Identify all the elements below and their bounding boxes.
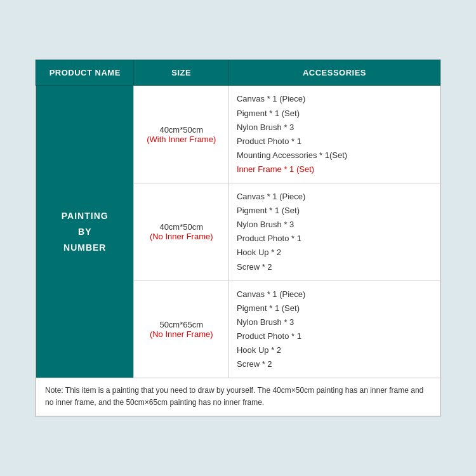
note-row: Note: This item is a painting that you n… [36, 378, 440, 416]
size-main-text: 50cm*65cm [142, 320, 220, 329]
accessory-item: Pigment * 1 (Set) [237, 301, 432, 315]
header-product-name: PRODUCT NAME [36, 60, 134, 86]
product-name-cell: PAINTING BY NUMBER [36, 86, 134, 378]
header-size: SIZE [134, 60, 228, 86]
accessory-item: Pigment * 1 (Set) [237, 107, 432, 121]
size-cell: 40cm*50cm(With Inner Frame) [134, 86, 228, 183]
accessory-item: Product Photo * 1 [237, 329, 432, 343]
size-cell: 40cm*50cm(No Inner Frame) [134, 183, 228, 281]
size-main-text: 40cm*50cm [142, 222, 220, 232]
accessory-item: Canvas * 1 (Piece) [237, 92, 432, 106]
size-sub-text: (No Inner Frame) [142, 232, 220, 241]
size-sub-text: (No Inner Frame) [142, 329, 220, 339]
size-main-text: 40cm*50cm [142, 125, 220, 135]
accessory-item: Nylon Brush * 3 [237, 315, 432, 329]
accessory-item: Product Photo * 1 [237, 232, 432, 246]
size-cell: 50cm*65cm(No Inner Frame) [134, 281, 228, 378]
header-accessories: ACCESSORIES [228, 60, 440, 86]
table-header-row: PRODUCT NAME SIZE ACCESSORIES [36, 60, 440, 86]
product-table: PRODUCT NAME SIZE ACCESSORIES PAINTING B… [36, 60, 440, 416]
note-text: Note: This item is a painting that you n… [36, 378, 440, 416]
accessory-item: Mounting Accessories * 1(Set) [237, 149, 432, 162]
accessories-cell: Canvas * 1 (Piece)Pigment * 1 (Set)Nylon… [228, 86, 440, 183]
product-table-wrapper: PRODUCT NAME SIZE ACCESSORIES PAINTING B… [35, 59, 441, 416]
accessory-item: Inner Frame * 1 (Set) [237, 162, 432, 176]
accessory-item: Screw * 2 [237, 357, 432, 371]
accessory-item: Canvas * 1 (Piece) [237, 288, 432, 301]
table-row: PAINTING BY NUMBER40cm*50cm(With Inner F… [36, 86, 440, 183]
accessory-item: Hook Up * 2 [237, 246, 432, 260]
accessory-item: Product Photo * 1 [237, 135, 432, 149]
size-sub-text: (With Inner Frame) [142, 135, 220, 144]
accessories-cell: Canvas * 1 (Piece)Pigment * 1 (Set)Nylon… [228, 183, 440, 281]
accessory-item: Nylon Brush * 3 [237, 218, 432, 232]
accessory-item: Pigment * 1 (Set) [237, 204, 432, 218]
accessory-item: Nylon Brush * 3 [237, 121, 432, 135]
accessory-item: Screw * 2 [237, 260, 432, 274]
accessory-item: Hook Up * 2 [237, 343, 432, 357]
accessory-item: Canvas * 1 (Piece) [237, 190, 432, 204]
accessories-cell: Canvas * 1 (Piece)Pigment * 1 (Set)Nylon… [228, 281, 440, 378]
